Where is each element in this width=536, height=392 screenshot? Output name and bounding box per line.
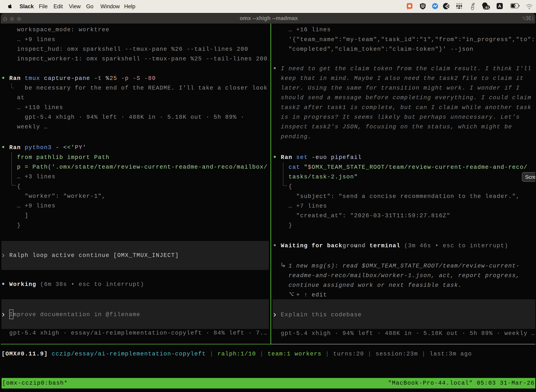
svg-text:A: A (498, 4, 501, 9)
svg-text:..61: ..61 (483, 6, 489, 9)
